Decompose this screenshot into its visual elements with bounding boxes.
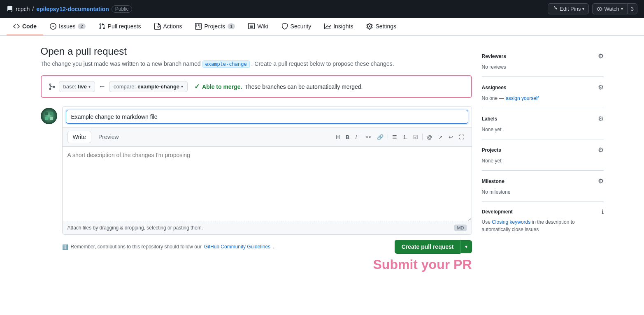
tab-write[interactable]: Write	[67, 131, 91, 143]
svg-rect-4	[50, 117, 53, 120]
code-icon	[13, 23, 20, 30]
toolbar-unordered-list[interactable]: ☰	[390, 132, 400, 142]
toolbar-divider-3	[422, 134, 423, 140]
toolbar-divider-1	[361, 134, 361, 140]
arrow-left-icon: ←	[98, 82, 106, 91]
sidebar-reviewers-title: Reviewers	[482, 53, 506, 59]
tab-settings[interactable]: Settings	[360, 18, 403, 35]
tab-pull-requests[interactable]: Pull requests	[92, 18, 148, 35]
tab-issues-badge: 2	[78, 23, 85, 29]
tab-code[interactable]: Code	[7, 18, 43, 35]
attach-area: Attach files by dragging & dropping, sel…	[63, 221, 472, 234]
toolbar-heading[interactable]: H	[334, 132, 342, 142]
compare-value: example-change	[137, 83, 179, 90]
tab-actions[interactable]: Actions	[148, 18, 189, 35]
guidelines-link[interactable]: GitHub Community Guidelines	[204, 244, 270, 250]
toolbar-task-list[interactable]: ☑	[411, 132, 421, 142]
base-label: base:	[63, 83, 77, 90]
repo-link[interactable]: epilepsy12-documentation	[36, 6, 109, 12]
sidebar-assignees-title: Assignees	[482, 85, 507, 90]
tab-wiki[interactable]: Wiki	[242, 18, 274, 35]
sidebar-assignees-gear[interactable]: ⚙	[598, 83, 604, 91]
sidebar-labels-value: None yet	[482, 127, 502, 132]
tab-projects[interactable]: Projects 1	[188, 18, 242, 35]
create-pull-request-button[interactable]: Create pull request	[395, 240, 460, 254]
sidebar-development-info[interactable]: ℹ	[602, 208, 604, 215]
edit-pins-label: Edit Pins	[560, 6, 581, 12]
base-chevron: ▾	[88, 84, 91, 89]
branch-code: example-change	[202, 60, 250, 68]
sidebar-assignees-value: No one	[482, 95, 498, 101]
closing-keywords-link[interactable]: Closing keywords	[492, 219, 530, 225]
tab-actions-label: Actions	[163, 23, 182, 30]
base-value: live	[78, 83, 87, 90]
link-suffix: .	[273, 244, 274, 250]
attach-text: Attach files by dragging & dropping, sel…	[67, 225, 203, 231]
sidebar-reviewers-value: No reviews	[482, 64, 506, 70]
editor-tabs: Write Preview H B I <> 🔗	[63, 127, 472, 147]
toolbar-ordered-list[interactable]: 1.	[400, 132, 410, 142]
eye-icon	[597, 6, 602, 12]
editor-toolbar: H B I <> 🔗 ☰ 1.	[334, 132, 467, 142]
tab-insights[interactable]: Insights	[318, 18, 360, 35]
toolbar-bold[interactable]: B	[343, 132, 352, 142]
pr-title-input[interactable]	[66, 110, 468, 124]
sidebar-milestone: Milestone ⚙ No milestone	[482, 171, 604, 202]
sidebar-projects: Projects ⚙ None yet	[482, 139, 604, 171]
edit-pins-button[interactable]: Edit Pins ▾	[548, 3, 589, 14]
org-link[interactable]: rcpch	[16, 6, 30, 12]
tab-security-label: Security	[291, 23, 312, 30]
info-text: Remember, contributions to this reposito…	[71, 244, 202, 250]
toolbar-italic[interactable]: I	[353, 132, 359, 142]
pin-icon	[552, 6, 558, 12]
toolbar-link[interactable]: 🔗	[374, 132, 386, 142]
tab-security[interactable]: Security	[275, 18, 318, 35]
sidebar-milestone-gear[interactable]: ⚙	[598, 177, 604, 185]
sidebar-projects-header: Projects ⚙	[482, 146, 604, 154]
sidebar-labels-header: Labels ⚙	[482, 115, 604, 123]
projects-icon	[195, 23, 202, 30]
toolbar-mention[interactable]: @	[424, 132, 435, 142]
dev-desc-prefix: Use	[482, 219, 491, 225]
merge-status: ✓ Able to merge. These branches can be a…	[194, 83, 363, 90]
sidebar-reviewers-gear[interactable]: ⚙	[598, 52, 604, 60]
branch-selector: base: live ▾ ← compare: example-change ▾…	[41, 75, 472, 98]
tab-issues[interactable]: Issues 2	[43, 18, 92, 35]
actions-icon	[154, 23, 161, 30]
sidebar-reviewers-header: Reviewers ⚙	[482, 52, 604, 60]
sidebar-labels-gear[interactable]: ⚙	[598, 115, 604, 123]
subtitle-suffix: . Create a pull request below to propose…	[251, 60, 394, 67]
svg-rect-3	[45, 117, 48, 120]
compare-label: compare:	[114, 83, 136, 90]
toolbar-divider-2	[388, 134, 388, 140]
sidebar-projects-title: Projects	[482, 147, 501, 153]
tab-preview[interactable]: Preview	[93, 131, 124, 143]
sidebar-development-header: Development ℹ	[482, 208, 604, 215]
toolbar-code[interactable]: <>	[363, 132, 374, 141]
sidebar-labels-title: Labels	[482, 116, 498, 122]
watch-label: Watch	[604, 6, 619, 12]
tab-projects-badge: 1	[228, 23, 235, 29]
info-icon: ℹ️	[62, 244, 68, 250]
sidebar-labels: Labels ⚙ None yet	[482, 108, 604, 139]
pr-description-textarea[interactable]	[63, 147, 472, 221]
compare-dropdown[interactable]: compare: example-change ▾	[109, 81, 188, 92]
watch-button[interactable]: Watch ▾	[592, 3, 627, 14]
wiki-icon	[248, 23, 255, 30]
watch-count-button[interactable]: 3	[627, 3, 637, 14]
editor-tab-group: Write Preview	[67, 131, 124, 143]
page-subtitle: The change you just made was written to …	[41, 60, 472, 67]
tab-issues-label: Issues	[59, 23, 75, 30]
toolbar-reference[interactable]: ↗	[436, 132, 445, 142]
sidebar-assignees: Assignees ⚙ No one — assign yourself	[482, 77, 604, 108]
sidebar-assignees-header: Assignees ⚙	[482, 83, 604, 91]
public-badge: Public	[112, 5, 133, 13]
toolbar-fullscreen[interactable]: ⛶	[456, 132, 467, 142]
insights-icon	[324, 23, 331, 30]
base-dropdown[interactable]: base: live ▾	[59, 81, 95, 92]
sidebar-assignees-link[interactable]: assign yourself	[506, 95, 539, 101]
toolbar-undo[interactable]: ↩	[446, 132, 456, 142]
tab-insights-label: Insights	[333, 23, 353, 30]
create-dropdown-button[interactable]: ▾	[460, 240, 472, 253]
sidebar-projects-gear[interactable]: ⚙	[598, 146, 604, 154]
